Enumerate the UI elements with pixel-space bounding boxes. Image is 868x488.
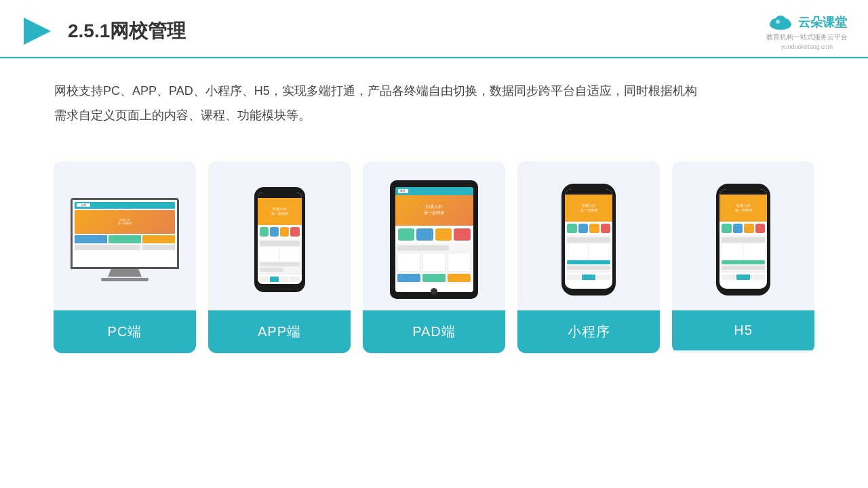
phone-screen-app: 职通人的第一堂网课 <box>258 192 302 284</box>
header-left: 2.5.1网校管理 <box>20 14 186 48</box>
pc-stand <box>108 269 142 277</box>
card-pc-label: PC端 <box>54 310 196 353</box>
pc-base <box>101 278 149 281</box>
description: 网校支持PC、APP、PAD、小程序、H5，实现多端打通，产品各终端自由切换，数… <box>0 58 868 134</box>
card-pad-label: PAD端 <box>363 310 505 353</box>
header: 2.5.1网校管理 云朵课堂 教育机构一站式服务云平台 yunduoketang… <box>0 0 868 58</box>
card-pad-image: 课堂 职通人的第一堂网课 <box>363 161 505 310</box>
card-h5: 职通人的第一堂网课 <box>672 161 814 353</box>
logo-tagline: 教育机构一站式服务云平台 <box>766 33 848 42</box>
card-pc: 云课 职通人的第一堂网课 <box>54 161 196 353</box>
card-miniprogram-label: 小程序 <box>517 310 660 353</box>
logo-url: yunduoketang.com <box>781 43 833 50</box>
pc-screen: 云课 职通人的第一堂网课 <box>71 198 179 269</box>
card-miniprogram-image: 职通人的第一堂网课 <box>517 161 660 310</box>
phone-notch-mini <box>580 189 597 193</box>
page-title: 2.5.1网校管理 <box>68 18 186 44</box>
card-h5-image: 职通人的第一堂网课 <box>672 161 814 310</box>
card-pad: 课堂 职通人的第一堂网课 <box>363 161 505 353</box>
card-miniprogram: 职通人的第一堂网课 <box>517 161 660 353</box>
tablet-screen: 课堂 职通人的第一堂网课 <box>395 187 473 292</box>
tablet-mockup: 课堂 职通人的第一堂网课 <box>390 180 478 299</box>
tablet-home-button <box>431 288 437 295</box>
phone-mockup-app: 职通人的第一堂网课 <box>254 187 305 292</box>
logo-cloud: 云朵课堂 <box>767 12 847 33</box>
card-pc-image: 云课 职通人的第一堂网课 <box>54 161 196 310</box>
phone-notch-h5 <box>735 189 752 193</box>
svg-marker-0 <box>24 18 51 45</box>
card-app-image: 职通人的第一堂网课 <box>208 161 351 310</box>
pc-mockup: 云课 职通人的第一堂网课 <box>71 198 179 281</box>
phone-screen-h5: 职通人的第一堂网课 <box>719 189 767 289</box>
phone-screen-mini: 职通人的第一堂网课 <box>565 189 612 289</box>
description-text-2: 需求自定义页面上的内容、课程、功能模块等。 <box>54 108 311 122</box>
cloud-icon <box>767 12 794 33</box>
card-app: 职通人的第一堂网课 <box>208 161 351 353</box>
play-icon <box>20 14 54 48</box>
phone-mockup-h5: 职通人的第一堂网课 <box>716 184 770 296</box>
logo-text: 云朵课堂 <box>798 14 847 30</box>
cards-container: 云课 职通人的第一堂网课 <box>0 141 868 373</box>
description-text: 网校支持PC、APP、PAD、小程序、H5，实现多端打通，产品各终端自由切换，数… <box>54 84 697 98</box>
phone-notch-app <box>271 192 288 197</box>
logo-area: 云朵课堂 教育机构一站式服务云平台 yunduoketang.com <box>766 12 848 50</box>
svg-point-5 <box>776 20 780 24</box>
phone-mockup-mini: 职通人的第一堂网课 <box>561 184 616 296</box>
card-h5-label: H5 <box>672 310 814 350</box>
card-app-label: APP端 <box>208 310 351 353</box>
